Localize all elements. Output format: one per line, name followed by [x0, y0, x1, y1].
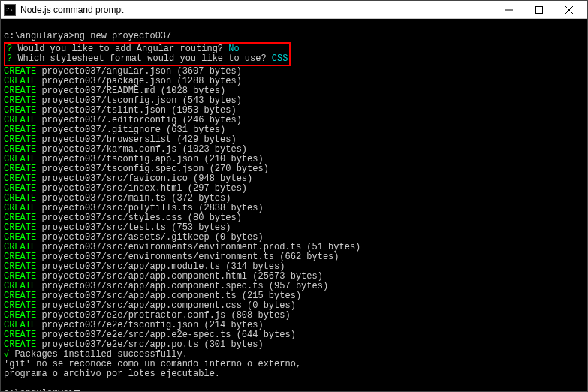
create-tag: CREATE: [4, 300, 36, 311]
command-line: c:\angularya>ng new proyecto037: [4, 32, 587, 41]
terminal-area[interactable]: c:\angularya>ng new proyecto037 ? Would …: [1, 19, 587, 391]
create-path: proyecto037/src/test.ts (753 bytes): [36, 222, 231, 233]
create-tag: CREATE: [4, 261, 36, 272]
create-path: proyecto037/.gitignore (631 bytes): [36, 125, 225, 135]
create-tag: CREATE: [4, 232, 36, 243]
create-tag: CREATE: [4, 105, 36, 116]
create-tag: CREATE: [4, 66, 36, 77]
maximize-button[interactable]: [524, 1, 554, 19]
prompt-path: c:\angularya>: [4, 388, 74, 391]
create-tag: CREATE: [4, 242, 36, 252]
create-path: proyecto037/e2e/src/app.po.ts (301 bytes…: [36, 339, 263, 350]
create-path: proyecto037/karma.conf.js (1023 bytes): [36, 144, 247, 155]
create-tag: CREATE: [4, 183, 36, 194]
create-tag: CREATE: [4, 339, 36, 350]
create-tag: CREATE: [4, 173, 36, 184]
create-path: proyecto037/src/environments/environment…: [36, 242, 360, 252]
create-tag: CREATE: [4, 115, 36, 125]
create-path: proyecto037/src/assets/.gitkeep (0 bytes…: [36, 232, 263, 243]
blank-line: [4, 379, 587, 389]
create-tag: CREATE: [4, 213, 36, 223]
question-answer: CSS: [272, 53, 288, 64]
create-output-block: CREATE proyecto037/angular.json (3607 by…: [4, 67, 587, 350]
stylesheet-question: ? Which stylesheet format would you like…: [7, 54, 288, 64]
create-tag: CREATE: [4, 164, 36, 174]
create-path: proyecto037/e2e/tsconfig.json (214 bytes…: [36, 320, 263, 330]
create-tag: CREATE: [4, 86, 36, 96]
create-path: proyecto037/README.md (1028 bytes): [36, 86, 225, 96]
create-tag: CREATE: [4, 144, 36, 155]
create-path: proyecto037/src/styles.css (80 bytes): [36, 213, 242, 223]
create-path: proyecto037/src/polyfills.ts (2838 bytes…: [36, 203, 263, 213]
titlebar: C:\. Node.js command prompt: [1, 1, 587, 19]
create-path: proyecto037/src/main.ts (372 bytes): [36, 193, 231, 204]
create-path: proyecto037/src/app/app.module.ts (314 b…: [36, 261, 285, 272]
error-line-2: programa o archivo por lotes ejecutable.: [4, 369, 587, 379]
create-path: proyecto037/tsconfig.json (543 bytes): [36, 95, 242, 106]
create-tag: CREATE: [4, 154, 36, 164]
create-path: proyecto037/browserslist (429 bytes): [36, 134, 236, 145]
question-answer: No: [228, 44, 239, 54]
create-path: proyecto037/tslint.json (1953 bytes): [36, 105, 236, 116]
minimize-button[interactable]: [494, 1, 524, 19]
create-path: proyecto037/src/app/app.component.css (0…: [36, 300, 296, 311]
create-path: proyecto037/src/app/app.component.spec.t…: [36, 281, 328, 291]
prompt-path: c:\angularya>: [4, 31, 74, 41]
create-tag: CREATE: [4, 203, 36, 213]
close-button[interactable]: [554, 1, 584, 19]
prompt-line: c:\angularya>: [4, 389, 587, 391]
highlight-annotation: ? Would you like to add Angular routing?…: [4, 42, 291, 66]
app-icon: C:\.: [4, 4, 16, 16]
minimize-icon: [505, 6, 513, 14]
create-tag: CREATE: [4, 271, 36, 282]
create-path: proyecto037/e2e/src/app.e2e-spec.ts (644…: [36, 330, 296, 340]
create-tag: CREATE: [4, 76, 36, 86]
create-tag: CREATE: [4, 291, 36, 301]
success-message: Packages installed successfully.: [9, 349, 188, 360]
create-path: proyecto037/e2e/protractor.conf.js (808 …: [36, 310, 290, 321]
create-path: proyecto037/src/index.html (297 bytes): [36, 183, 247, 194]
command-prompt-window: C:\. Node.js command prompt c:\angularya…: [0, 0, 588, 392]
create-path: proyecto037/src/app/app.component.html (…: [36, 271, 323, 282]
close-icon: [565, 6, 573, 14]
window-title: Node.js command prompt: [20, 5, 494, 15]
svg-rect-1: [536, 6, 543, 13]
create-tag: CREATE: [4, 222, 36, 233]
create-path: proyecto037/src/app/app.component.ts (21…: [36, 291, 301, 301]
create-tag: CREATE: [4, 95, 36, 106]
create-path: proyecto037/tsconfig.spec.json (270 byte…: [36, 164, 269, 174]
question-text: Which stylesheet format would you like t…: [12, 53, 272, 64]
window-controls: [494, 1, 584, 19]
create-tag: CREATE: [4, 134, 36, 145]
create-tag: CREATE: [4, 310, 36, 321]
question-text: Would you like to add Angular routing?: [12, 44, 228, 54]
create-path: proyecto037/.editorconfig (246 bytes): [36, 115, 242, 125]
create-path: proyecto037/src/favicon.ico (948 bytes): [36, 173, 252, 184]
maximize-icon: [535, 6, 543, 14]
create-path: proyecto037/package.json (1288 bytes): [36, 76, 242, 86]
create-tag: CREATE: [4, 252, 36, 262]
cursor: [74, 390, 80, 391]
create-tag: CREATE: [4, 281, 36, 291]
create-tag: CREATE: [4, 320, 36, 330]
create-tag: CREATE: [4, 125, 36, 135]
create-tag: CREATE: [4, 193, 36, 204]
create-tag: CREATE: [4, 330, 36, 340]
create-path: proyecto037/angular.json (3607 bytes): [36, 66, 242, 77]
command-text: ng new proyecto037: [74, 31, 172, 41]
create-path: proyecto037/tsconfig.app.json (210 bytes…: [36, 154, 263, 164]
create-path: proyecto037/src/environments/environment…: [36, 252, 339, 262]
